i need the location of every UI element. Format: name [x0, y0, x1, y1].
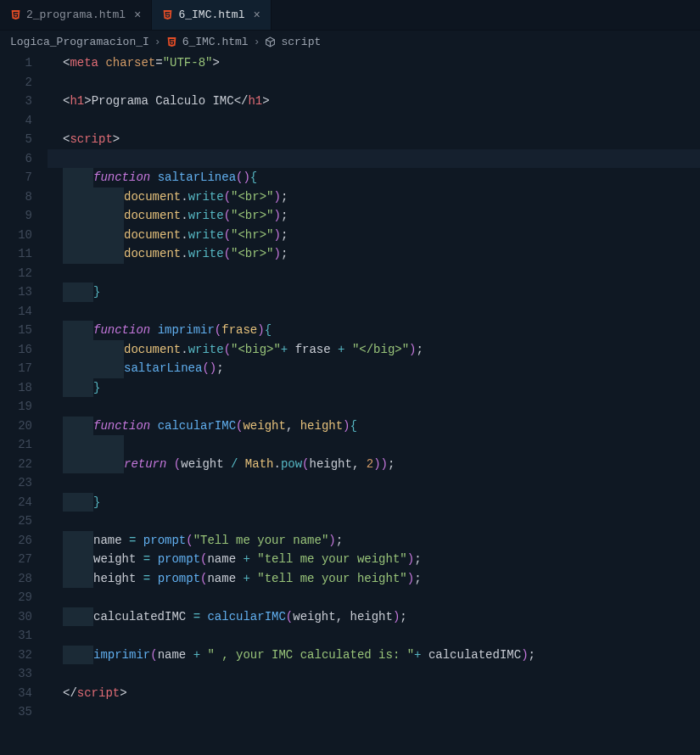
- close-icon[interactable]: ×: [253, 8, 260, 22]
- code-line[interactable]: document.write("<big>"+ frase + "</big>"…: [48, 340, 700, 360]
- line-number: 3: [0, 92, 32, 111]
- line-number: 16: [0, 340, 32, 360]
- breadcrumb: Logica_Programacion_I › 6_IMC.html › scr…: [0, 31, 700, 53]
- code-line[interactable]: name = prompt("Tell me your name");: [48, 531, 700, 551]
- line-number: 14: [0, 302, 32, 322]
- tab-6-imc[interactable]: 6_IMC.html ×: [152, 0, 271, 30]
- code-line[interactable]: return (weight / Math.pow(height, 2));: [48, 455, 700, 474]
- line-number: 34: [0, 684, 32, 703]
- breadcrumb-file[interactable]: 6_IMC.html: [182, 36, 249, 48]
- code-line[interactable]: weight = prompt(name + "tell me your wei…: [48, 550, 700, 569]
- line-number: 33: [0, 664, 32, 684]
- line-number: 31: [0, 626, 32, 646]
- line-number-gutter: 1234567891011121314151617181920212223242…: [0, 53, 48, 722]
- code-line[interactable]: [48, 435, 700, 455]
- line-number: 20: [0, 417, 32, 436]
- line-number: 11: [0, 244, 32, 264]
- code-line[interactable]: function saltarLinea(){: [48, 168, 700, 187]
- close-icon[interactable]: ×: [134, 8, 141, 22]
- line-number: 32: [0, 646, 32, 665]
- code-line[interactable]: [48, 702, 700, 722]
- code-line[interactable]: [48, 512, 700, 531]
- code-line[interactable]: calculatedIMC = calcularIMC(weight, heig…: [48, 607, 700, 627]
- code-line[interactable]: <h1>Programa Calculo IMC</h1>: [48, 92, 700, 111]
- line-number: 10: [0, 226, 32, 245]
- code-line[interactable]: [48, 73, 700, 92]
- breadcrumb-folder[interactable]: Logica_Programacion_I: [10, 36, 149, 48]
- code-line[interactable]: [48, 664, 700, 684]
- code-line[interactable]: [48, 302, 700, 322]
- code-line[interactable]: <script>: [48, 130, 700, 149]
- code-line[interactable]: [48, 149, 700, 169]
- code-line[interactable]: document.write("<hr>");: [48, 226, 700, 245]
- code-line[interactable]: imprimir(name + " , your IMC calculated …: [48, 646, 700, 665]
- code-line[interactable]: document.write("<br>");: [48, 244, 700, 264]
- html5-icon: [10, 9, 21, 20]
- line-number: 26: [0, 531, 32, 551]
- chevron-right-icon: ›: [254, 36, 260, 48]
- tab-label: 2_programa.html: [26, 8, 126, 21]
- tab-label: 6_IMC.html: [178, 8, 244, 21]
- code-area[interactable]: <meta charset="UTF-8"><h1>Programa Calcu…: [48, 53, 700, 722]
- line-number: 2: [0, 73, 32, 92]
- code-line[interactable]: function imprimir(frase){: [48, 321, 700, 340]
- line-number: 35: [0, 702, 32, 722]
- line-number: 21: [0, 435, 32, 455]
- code-line[interactable]: function calcularIMC(weight, height){: [48, 417, 700, 436]
- line-number: 30: [0, 607, 32, 627]
- code-line[interactable]: <meta charset="UTF-8">: [48, 53, 700, 73]
- line-number: 23: [0, 473, 32, 493]
- code-line[interactable]: }: [48, 378, 700, 398]
- line-number: 13: [0, 282, 32, 302]
- tab-2-programa[interactable]: 2_programa.html ×: [0, 0, 152, 30]
- line-number: 7: [0, 168, 32, 187]
- line-number: 18: [0, 378, 32, 398]
- tab-bar: 2_programa.html × 6_IMC.html ×: [0, 0, 700, 31]
- line-number: 15: [0, 321, 32, 340]
- breadcrumb-symbol[interactable]: script: [281, 36, 321, 48]
- code-line[interactable]: }: [48, 282, 700, 302]
- code-line[interactable]: saltarLinea();: [48, 359, 700, 378]
- code-line[interactable]: height = prompt(name + "tell me your hei…: [48, 569, 700, 589]
- chevron-right-icon: ›: [154, 36, 161, 48]
- code-line[interactable]: [48, 473, 700, 493]
- code-line[interactable]: document.write("<br>");: [48, 206, 700, 226]
- line-number: 22: [0, 455, 32, 474]
- code-line[interactable]: [48, 588, 700, 607]
- line-number: 19: [0, 397, 32, 417]
- html5-icon: [162, 9, 173, 20]
- code-line[interactable]: [48, 397, 700, 417]
- line-number: 24: [0, 493, 32, 512]
- line-number: 9: [0, 206, 32, 226]
- code-line[interactable]: </script>: [48, 684, 700, 703]
- code-editor[interactable]: 1234567891011121314151617181920212223242…: [0, 53, 700, 722]
- line-number: 5: [0, 130, 32, 149]
- line-number: 12: [0, 264, 32, 283]
- line-number: 25: [0, 512, 32, 531]
- line-number: 6: [0, 149, 32, 169]
- line-number: 8: [0, 187, 32, 207]
- code-line[interactable]: }: [48, 493, 700, 512]
- line-number: 17: [0, 359, 32, 378]
- line-number: 4: [0, 111, 32, 131]
- html5-icon: [166, 36, 177, 48]
- line-number: 1: [0, 53, 32, 73]
- cube-icon: [265, 36, 276, 48]
- code-line[interactable]: [48, 264, 700, 283]
- line-number: 27: [0, 550, 32, 569]
- line-number: 28: [0, 569, 32, 589]
- code-line[interactable]: [48, 111, 700, 131]
- line-number: 29: [0, 588, 32, 607]
- code-line[interactable]: [48, 626, 700, 646]
- code-line[interactable]: document.write("<br>");: [48, 187, 700, 207]
